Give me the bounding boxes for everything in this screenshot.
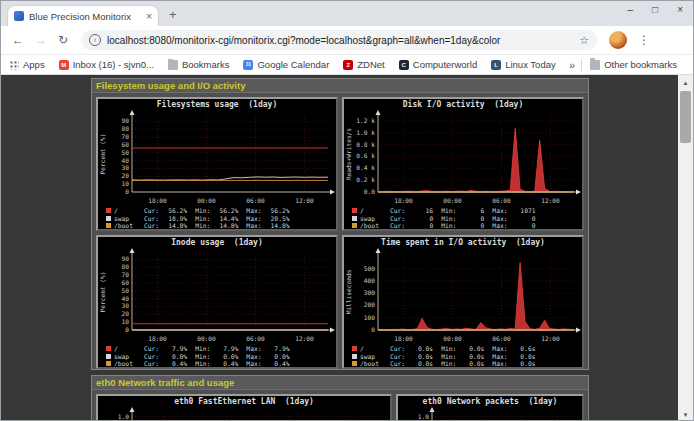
legend-stat-label: Min: bbox=[441, 215, 456, 222]
folder-icon bbox=[168, 60, 178, 70]
bookmark-item[interactable]: MInbox (16) - sjvn0... bbox=[59, 59, 154, 70]
bookmark-item[interactable]: Bookmarks bbox=[168, 59, 230, 70]
graph-io-time[interactable]: Time spent in I/O activity (1day) 010020… bbox=[342, 235, 584, 369]
page-scrollbar[interactable]: ▲ ▼ bbox=[678, 75, 693, 421]
legend-swatch bbox=[106, 216, 111, 221]
tab-title: Blue Precision Monitorix bbox=[29, 11, 142, 22]
url-text[interactable]: localhost:8080/monitorix-cgi/monitorix.c… bbox=[107, 35, 573, 46]
legend-stat-label: Max: bbox=[246, 207, 261, 214]
graph-filesystems-usage[interactable]: Filesystems usage (1day) 010203040506070… bbox=[96, 97, 338, 231]
svg-text:12:00: 12:00 bbox=[295, 335, 314, 342]
svg-text:60: 60 bbox=[122, 279, 130, 286]
window-controls: – □ × bbox=[628, 4, 683, 15]
graph-title: Disk I/O activity (1day) bbox=[344, 99, 582, 110]
legend-stat-label: Cur: bbox=[144, 215, 159, 222]
window-close-button[interactable]: × bbox=[677, 4, 683, 15]
browser-toolbar: ← → ↻ i localhost:8080/monitorix-cgi/mon… bbox=[1, 26, 693, 55]
svg-text:12:00: 12:00 bbox=[541, 335, 560, 342]
scroll-down-icon[interactable]: ▼ bbox=[678, 407, 693, 421]
svg-text:12:00: 12:00 bbox=[541, 197, 560, 204]
legend-row: swapCur:0Min:0Max:0 bbox=[352, 215, 582, 223]
address-bar[interactable]: i localhost:8080/monitorix-cgi/monitorix… bbox=[81, 30, 597, 50]
legend-stat-value: 0.0s bbox=[458, 353, 484, 360]
legend-stat-label: Min: bbox=[195, 353, 210, 360]
bookmark-item[interactable]: ZZDNet bbox=[343, 59, 384, 70]
legend-series-name: swap bbox=[360, 353, 390, 360]
legend-stat-label: Cur: bbox=[390, 360, 405, 367]
legend-series-name: / bbox=[114, 345, 144, 352]
svg-text:Reads+Writes/s: Reads+Writes/s bbox=[345, 128, 352, 180]
new-tab-button[interactable]: + bbox=[169, 7, 177, 22]
graph-plot: 0.00.20.40.60.81.018:0000:0006:0012:00 bbox=[98, 407, 390, 421]
legend-stat-label: Min: bbox=[195, 215, 210, 222]
legend-row: /Cur:56.2%Min:56.2%Max:56.2% bbox=[106, 207, 336, 215]
graph-eth0-traffic[interactable]: eth0 FastEthernet LAN (1day) 0.00.20.40.… bbox=[96, 394, 392, 421]
legend-stat-label: Max: bbox=[492, 215, 507, 222]
legend-stat-value: 7.9% bbox=[264, 345, 290, 352]
svg-text:300: 300 bbox=[364, 289, 375, 296]
bookmark-label: Bookmarks bbox=[182, 59, 230, 70]
legend-stat-value: 0.6s bbox=[510, 345, 536, 352]
svg-text:20: 20 bbox=[122, 310, 130, 317]
tab-close-icon[interactable]: × bbox=[146, 11, 152, 22]
legend-swatch bbox=[352, 216, 357, 221]
section-filesystem: Filesystem usage and I/O activity Filesy… bbox=[91, 78, 589, 370]
svg-text:90: 90 bbox=[122, 117, 130, 124]
legend-series-name: swap bbox=[114, 215, 144, 222]
graph-inode-usage[interactable]: Inode usage (1day) 010203040506070809018… bbox=[96, 235, 338, 369]
graph-plot: 010203040506070809018:0000:0006:0012:00P… bbox=[98, 248, 336, 344]
profile-avatar[interactable] bbox=[609, 31, 627, 49]
graph-eth0-packets[interactable]: eth0 Network packets (1day) 0.00.20.40.6… bbox=[396, 394, 584, 421]
browser-tab[interactable]: Blue Precision Monitorix × bbox=[7, 5, 159, 26]
legend-row: /bootCur:0Min:0Max:0 bbox=[352, 222, 582, 230]
bookmarks-bar: AppsMInbox (16) - sjvn0...Bookmarks31Goo… bbox=[1, 55, 693, 75]
reload-icon[interactable]: ↻ bbox=[58, 33, 68, 47]
svg-text:18:00: 18:00 bbox=[148, 335, 167, 342]
svg-text:1.0 k: 1.0 k bbox=[356, 129, 375, 136]
legend-stat-value: 0.0s bbox=[407, 345, 433, 352]
legend-row: swapCur:0.0sMin:0.0sMax:0.0s bbox=[352, 353, 582, 361]
legend-row: /Cur:16Min:6Max:1071 bbox=[352, 207, 582, 215]
bookmark-item[interactable]: LLinux Today bbox=[491, 59, 556, 70]
legend-stat-value: 18.9% bbox=[161, 215, 187, 222]
graph-disk-io-activity[interactable]: Disk I/O activity (1day) 0.00.2 k0.4 k0.… bbox=[342, 97, 584, 231]
minimize-button[interactable]: – bbox=[628, 4, 634, 15]
svg-text:60: 60 bbox=[122, 141, 130, 148]
bookmark-label: Inbox (16) - sjvn0... bbox=[73, 59, 154, 70]
legend-stat-label: Cur: bbox=[390, 345, 405, 352]
back-icon[interactable]: ← bbox=[12, 33, 24, 47]
legend-series-name: / bbox=[114, 207, 144, 214]
svg-text:0.6 k: 0.6 k bbox=[356, 152, 375, 159]
forward-icon[interactable]: → bbox=[35, 33, 47, 47]
bookmark-label: ZDNet bbox=[357, 59, 384, 70]
legend-series-name: / bbox=[360, 345, 390, 352]
legend-swatch bbox=[352, 361, 357, 366]
svg-text:20: 20 bbox=[122, 172, 130, 179]
scrollbar-thumb[interactable] bbox=[680, 91, 691, 143]
legend-stat-label: Min: bbox=[195, 222, 210, 229]
bookmark-item[interactable]: Apps bbox=[9, 59, 45, 70]
legend-stat-value: 7.9% bbox=[212, 345, 238, 352]
svg-text:0.4 k: 0.4 k bbox=[356, 164, 375, 171]
scroll-up-icon[interactable]: ▲ bbox=[678, 75, 693, 90]
legend-stat-label: Max: bbox=[492, 345, 507, 352]
legend-stat-label: Cur: bbox=[144, 207, 159, 214]
maximize-button[interactable]: □ bbox=[652, 4, 658, 15]
bookmark-item[interactable]: 31Google Calendar bbox=[243, 59, 329, 70]
legend-row: /bootCur:0.4%Min:0.4%Max:0.4% bbox=[106, 360, 336, 368]
svg-text:00:00: 00:00 bbox=[197, 335, 216, 342]
site-info-icon[interactable]: i bbox=[89, 34, 101, 46]
bookmark-star-icon[interactable]: ☆ bbox=[579, 34, 589, 47]
svg-text:200: 200 bbox=[364, 301, 375, 308]
other-bookmarks-button[interactable]: Other bookmarks bbox=[590, 59, 677, 70]
legend-stat-label: Max: bbox=[492, 360, 507, 367]
browser-menu-icon[interactable]: ⋮ bbox=[638, 33, 650, 47]
svg-text:12:00: 12:00 bbox=[295, 197, 314, 204]
bookmark-item[interactable]: CComputerworld bbox=[399, 59, 477, 70]
legend-stat-value: 0 bbox=[458, 215, 484, 222]
legend-stat-value: 0 bbox=[510, 215, 536, 222]
legend-row: /bootCur:0.0sMin:0.0sMax:0.0s bbox=[352, 360, 582, 368]
legend-stat-label: Cur: bbox=[390, 353, 405, 360]
bookmarks-overflow-icon[interactable]: » bbox=[569, 59, 575, 71]
graph-title: Filesystems usage (1day) bbox=[98, 99, 336, 110]
